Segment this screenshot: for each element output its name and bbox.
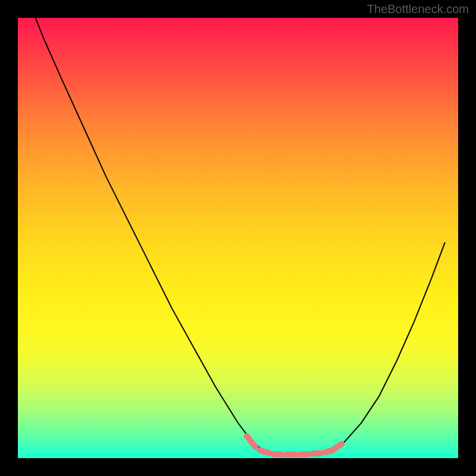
flat-zone-segment bbox=[260, 450, 269, 453]
flat-zone-markers bbox=[247, 436, 342, 455]
chart-svg bbox=[18, 18, 458, 458]
flat-zone-segment bbox=[273, 454, 282, 455]
flat-zone-segment bbox=[335, 444, 342, 448]
curve-line bbox=[36, 18, 445, 455]
watermark-text: TheBottleneck.com bbox=[367, 2, 469, 16]
flat-zone-segment bbox=[300, 454, 309, 455]
flat-zone-segment bbox=[326, 450, 333, 452]
flat-zone-segment bbox=[247, 436, 256, 447]
plot-area bbox=[18, 18, 458, 458]
flat-zone-segment bbox=[313, 453, 322, 453]
